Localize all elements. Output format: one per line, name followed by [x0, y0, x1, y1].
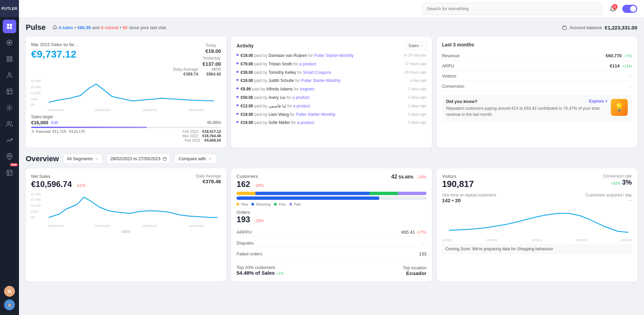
- svg-rect-7: [10, 57, 12, 59]
- repeat-value: 142 • 20: [442, 197, 496, 203]
- activity-dot: [236, 71, 238, 73]
- failed-orders-row: Failed orders 133: [236, 250, 426, 258]
- net-sales-card: Net Sales €10,596.74 -41% Daily Average …: [26, 168, 226, 281]
- svg-point-15: [7, 122, 10, 124]
- sales-right: Today €19.00 Yesterday €137.00: [203, 42, 221, 67]
- top-customers: Top 20% customers 54.48% of Sales +1% To…: [236, 261, 426, 276]
- activity-time: 20 hours ago: [404, 70, 426, 75]
- legend-paid: Paid: [289, 203, 301, 206]
- svg-point-14: [9, 107, 11, 109]
- ns-x-label-3: 14/03/2023: [142, 224, 157, 228]
- prev-row-1: Mar 2022 €18,764.48: [183, 134, 221, 138]
- mrr: MRR €964.40: [206, 67, 221, 77]
- customers-change: -30%: [254, 183, 264, 188]
- list-item: €19.00 paid by Sofie Møller for a produc…: [236, 120, 426, 126]
- topbar-icons: 5: [607, 3, 637, 14]
- net-sales-change: -41%: [76, 183, 85, 188]
- app-logo: PUTLER: [0, 0, 19, 17]
- visitors-card: Visitors 190,817 Conversion rate +32% 3%…: [437, 168, 637, 281]
- theme-toggle[interactable]: [622, 5, 637, 13]
- x-label-1: 01/03/2023: [48, 108, 63, 112]
- sidebar-item-products[interactable]: [3, 52, 16, 66]
- sales-top-row: Mar 2023 Sales so far... €9,737.12 Today…: [31, 42, 221, 67]
- segment-select[interactable]: All Segments: [63, 154, 103, 164]
- pulse-title: Pulse: [26, 23, 46, 32]
- sidebar-item-new-feature[interactable]: [3, 166, 16, 180]
- main-content: 5 Pulse 4 sales • €66.99 and 0 refund • …: [19, 0, 644, 315]
- svg-text:€0: €0: [31, 215, 35, 219]
- sidebar-item-analytics[interactable]: [3, 36, 16, 49]
- activity-time: 2 days ago: [408, 95, 427, 100]
- activity-time: a day ago: [410, 78, 426, 83]
- bar-legend: New Returning Free Paid: [236, 203, 426, 206]
- sidebar-item-customers[interactable]: [3, 68, 16, 82]
- svg-text:€1,000: €1,000: [31, 204, 41, 207]
- notification-button[interactable]: 5: [607, 3, 618, 14]
- activity-dot: [236, 54, 238, 56]
- legend-free: Free: [274, 203, 286, 206]
- user-avatar[interactable]: M: [4, 286, 15, 297]
- sales-chart: €2,000 €1,500 €1,000 €500 €0 01/03/2023 …: [31, 78, 221, 112]
- visitors-header: Visitors 190,817 Conversion rate +32% 3%: [442, 174, 632, 189]
- forecast: 🗓 Forecast: €11,718 - €123,170: [31, 129, 85, 142]
- account-balance: Account balance €1,223,331.00: [562, 25, 637, 30]
- svg-point-10: [8, 73, 11, 75]
- activity-text: €50.00 paid by Avery Liu for a product: [241, 95, 406, 101]
- sidebar-item-trends[interactable]: [3, 133, 16, 147]
- activity-header: Activity Sales: [236, 42, 426, 49]
- list-item: €19.00 paid by Judith Schulte for Putler…: [236, 78, 426, 84]
- compare-with-button[interactable]: Compare with: [174, 154, 216, 164]
- sidebar-item-reports[interactable]: [3, 85, 16, 98]
- list-item: €9.99 paid by Alfredo Adams for Icegram …: [236, 86, 426, 92]
- pulse-header: Pulse 4 sales • €66.99 and 0 refund • $0…: [26, 23, 637, 32]
- overview-header: Overview All Segments 28/02/2023 to 27/0…: [26, 154, 637, 164]
- sidebar-item-integrations[interactable]: [3, 101, 16, 114]
- metric-arpu: ARPU €114 +11%: [442, 61, 632, 71]
- prev-row-0: Feb 2023 €18,517.12: [183, 129, 221, 133]
- list-item: €79.00 paid by Tristan Smith for a produ…: [236, 61, 426, 67]
- activity-dot: [236, 62, 238, 64]
- last3months-title: Last 3 months: [442, 42, 632, 47]
- activity-text: €79.00 paid by Tristan Smith for a produ…: [241, 61, 402, 67]
- prev-sales: Feb 2023 €18,517.12 Mar 2022 €18,764.48 …: [183, 129, 221, 142]
- activity-text: €9.99 paid by Alfredo Adams for Icegram: [241, 86, 406, 92]
- disputes-row: Disputes - -: [236, 239, 426, 247]
- prev-row-2: Feb 2022 €4,658.50: [185, 138, 221, 142]
- legend-new: New: [236, 203, 248, 206]
- sales-da-mrr-row: Daily Average €369.74 MRR €964.40: [31, 67, 221, 77]
- visitors-x-labels: 01/2022 03/2022 05/2022 07/2022 09/2022: [442, 238, 632, 242]
- repeat-cust-row: One time vs repeat customers 142 • 20 Cu…: [442, 193, 632, 203]
- visitors-chart: [442, 206, 632, 236]
- svg-rect-1: [10, 24, 12, 26]
- conversion-rate: Conversion rate +32% 3%: [603, 174, 632, 189]
- svg-text:€0: €0: [31, 103, 35, 106]
- svg-point-5: [8, 42, 11, 44]
- date-range-button[interactable]: 28/02/2023 to 27/03/2023: [106, 154, 170, 164]
- bot-avatar[interactable]: 🤖: [4, 299, 15, 310]
- search-input[interactable]: [422, 3, 602, 15]
- explore-link[interactable]: Explore >: [589, 99, 607, 104]
- customers-metrics: ARPPU €65.41 -17% Disputes - - Failed or…: [236, 228, 426, 258]
- acq-day: Customers acquired / day - -: [585, 193, 632, 203]
- ns-x-label-4: 21/03/2023: [189, 224, 204, 228]
- svg-text:€500: €500: [31, 210, 38, 213]
- visitors-count: 190,817: [442, 179, 474, 189]
- sales-target-section: Sales target €16,000 Edit 60.86% 🗓 Forec…: [31, 114, 221, 142]
- sidebar-item-team[interactable]: [3, 117, 16, 131]
- topbar: 5: [19, 0, 644, 18]
- svg-rect-9: [10, 60, 12, 62]
- segment-label: All Segments: [67, 156, 93, 161]
- pulse-bullet1: •: [75, 25, 76, 30]
- activity-text: €19.00 paid by Judith Schulte for Putler…: [241, 78, 408, 84]
- edit-target[interactable]: Edit: [51, 120, 58, 125]
- net-sales-left: Net Sales €10,596.74 -41%: [31, 174, 85, 189]
- x-label-2: 08/03/2023: [95, 108, 110, 112]
- list-item: €12.00 paid by لیا قاسمی for a product 2…: [236, 103, 426, 109]
- svg-text:€500: €500: [31, 98, 38, 101]
- sidebar-item-geo[interactable]: [3, 150, 16, 163]
- forecast-prev-row: 🗓 Forecast: €11,718 - €123,170 Feb 2023 …: [31, 129, 221, 142]
- sidebar-item-dashboard[interactable]: [3, 20, 16, 33]
- date-range-text: 28/02/2023 to 27/03/2023: [110, 156, 160, 161]
- activity-filter[interactable]: Sales: [406, 42, 427, 49]
- compare-label: Compare with: [179, 156, 206, 161]
